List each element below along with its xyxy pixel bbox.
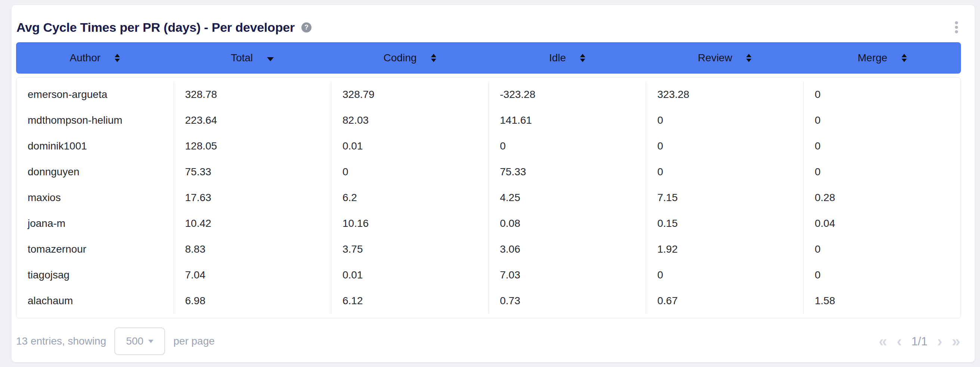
cell-author: alachaum [16, 288, 173, 314]
caret-down-icon [148, 340, 153, 343]
cell-review: 0 [646, 133, 803, 159]
cell-author: joana-m [16, 211, 173, 236]
column-header-idle[interactable]: Idle [488, 42, 646, 73]
cell-merge: 0 [803, 159, 961, 185]
cell-author: emerson-argueta [16, 81, 173, 107]
cell-merge: 0 [803, 107, 961, 133]
cell-total: 17.63 [173, 185, 331, 211]
column-header-label: Coding [383, 52, 417, 64]
cell-coding: 6.2 [331, 185, 488, 211]
page-size-value: 500 [126, 335, 143, 347]
pagination-next-button[interactable]: › [937, 334, 942, 349]
table-row: maxios17.636.24.257.150.28 [16, 185, 961, 211]
cell-idle: 75.33 [488, 159, 646, 185]
cell-merge: 1.58 [803, 288, 961, 314]
cell-merge: 0 [803, 81, 961, 107]
table-row: mdthompson-helium223.6482.03141.6100 [16, 107, 961, 133]
cell-coding: 3.75 [331, 236, 488, 262]
cell-author: tiagojsag [16, 262, 173, 288]
cell-author: mdthompson-helium [16, 107, 173, 133]
table-row: tomazernour8.833.753.061.920 [16, 236, 961, 262]
cell-idle: 7.03 [488, 262, 646, 288]
sort-icon [115, 54, 120, 62]
kebab-menu-icon[interactable] [948, 17, 965, 38]
cell-review: 1.92 [646, 236, 803, 262]
cell-review: 0 [646, 159, 803, 185]
cell-merge: 0.28 [803, 185, 961, 211]
cell-idle: -323.28 [488, 81, 646, 107]
cell-review: 0.67 [646, 288, 803, 314]
column-header-label: Merge [858, 52, 888, 64]
cell-author: tomazernour [16, 236, 173, 262]
help-icon[interactable]: ? [301, 22, 312, 32]
entries-summary: 13 entries, showing [16, 335, 106, 347]
column-header-label: Review [698, 52, 732, 64]
cell-total: 328.78 [173, 81, 331, 107]
table-row: tiagojsag7.040.017.0300 [16, 262, 961, 288]
pagination: « ‹ 1/1 › » [879, 334, 961, 349]
cell-total: 128.05 [173, 133, 331, 159]
cell-total: 7.04 [173, 262, 331, 288]
table-row: donnguyen75.33075.3300 [16, 159, 961, 185]
cell-total: 10.42 [173, 211, 331, 236]
cell-merge: 0 [803, 236, 961, 262]
cell-idle: 141.61 [488, 107, 646, 133]
cell-coding: 328.79 [331, 81, 488, 107]
cell-author: dominik1001 [16, 133, 173, 159]
cell-total: 6.98 [173, 288, 331, 314]
cell-review: 7.15 [646, 185, 803, 211]
column-header-label: Author [70, 52, 101, 64]
table-row: joana-m10.4210.160.080.150.04 [16, 211, 961, 236]
widget-card: Avg Cycle Times per PR (days) - Per deve… [11, 5, 975, 362]
cell-merge: 0 [803, 133, 961, 159]
pagination-prev-button[interactable]: ‹ [897, 334, 902, 349]
table-row: dominik1001128.050.01000 [16, 133, 961, 159]
column-header-label: Total [231, 52, 253, 64]
column-header-author[interactable]: Author [16, 42, 173, 73]
page-size-select[interactable]: 500 [114, 327, 165, 355]
cell-total: 75.33 [173, 159, 331, 185]
pagination-page-label: 1/1 [911, 336, 928, 347]
cell-coding: 0.01 [331, 133, 488, 159]
sort-icon [902, 54, 907, 62]
per-page-label: per page [173, 335, 215, 347]
cell-review: 0.15 [646, 211, 803, 236]
cell-total: 8.83 [173, 236, 331, 262]
cell-author: donnguyen [16, 159, 173, 185]
pagination-last-button[interactable]: » [952, 334, 960, 349]
cell-review: 0 [646, 107, 803, 133]
cell-review: 323.28 [646, 81, 803, 107]
sort-icon [431, 54, 436, 62]
column-header-coding[interactable]: Coding [331, 42, 488, 73]
cell-idle: 4.25 [488, 185, 646, 211]
cell-coding: 0.01 [331, 262, 488, 288]
page-size-controls: 13 entries, showing 500 per page [16, 327, 215, 355]
cell-coding: 10.16 [331, 211, 488, 236]
cell-idle: 0 [488, 133, 646, 159]
sort-icon [746, 54, 751, 62]
cell-coding: 6.12 [331, 288, 488, 314]
cell-idle: 0.08 [488, 211, 646, 236]
table-row: alachaum6.986.120.730.671.58 [16, 288, 961, 314]
pagination-first-button[interactable]: « [879, 334, 887, 349]
column-header-label: Idle [549, 52, 566, 64]
cell-idle: 0.73 [488, 288, 646, 314]
cell-idle: 3.06 [488, 236, 646, 262]
table-header-row: AuthorTotalCodingIdleReviewMerge [16, 42, 961, 73]
cell-merge: 0.04 [803, 211, 961, 236]
sort-desc-icon [267, 57, 274, 61]
card-header: Avg Cycle Times per PR (days) - Per deve… [16, 18, 970, 37]
sort-icon [580, 54, 585, 62]
cell-coding: 0 [331, 159, 488, 185]
table-row: emerson-argueta328.78328.79-323.28323.28… [16, 81, 961, 107]
table-body: emerson-argueta328.78328.79-323.28323.28… [16, 77, 961, 318]
cell-merge: 0 [803, 262, 961, 288]
page-title: Avg Cycle Times per PR (days) - Per deve… [16, 20, 295, 35]
cell-review: 0 [646, 262, 803, 288]
table-footer: 13 entries, showing 500 per page « ‹ 1/1… [16, 327, 961, 356]
column-header-merge[interactable]: Merge [803, 42, 961, 73]
cell-total: 223.64 [173, 107, 331, 133]
column-header-review[interactable]: Review [646, 42, 804, 73]
column-header-total[interactable]: Total [173, 42, 331, 73]
cell-coding: 82.03 [331, 107, 488, 133]
